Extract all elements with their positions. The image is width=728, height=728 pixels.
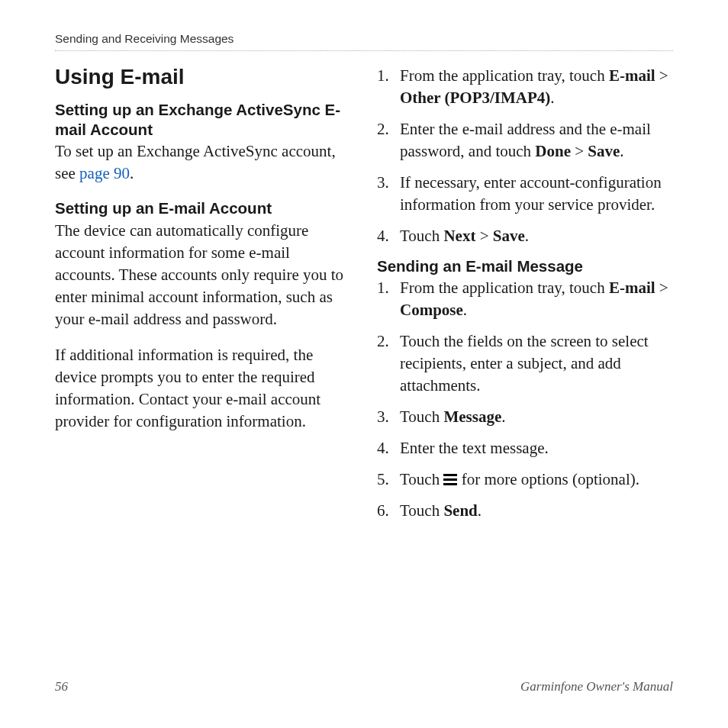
- ui-label: E-mail: [609, 66, 656, 85]
- text: From the application tray, touch: [400, 66, 609, 85]
- section-body-setup-1: The device can automatically configure a…: [55, 220, 351, 330]
- section-heading-exchange: Setting up an Exchange ActiveSync E-mail…: [55, 100, 351, 139]
- page-number: 56: [55, 679, 68, 694]
- content-columns: Using E-mail Setting up an Exchange Acti…: [55, 65, 673, 531]
- text: >: [475, 227, 492, 245]
- text: for more options (optional).: [457, 470, 639, 488]
- list-item: 3. Touch Message.: [377, 406, 673, 428]
- list-item: 6. Touch Send.: [377, 500, 673, 522]
- text: >: [656, 279, 668, 297]
- ui-label: E-mail: [609, 279, 656, 297]
- ui-label: Compose: [400, 301, 463, 319]
- running-header: Sending and Receiving Messages: [55, 32, 673, 51]
- menu-icon: [443, 474, 457, 485]
- text: Touch: [400, 227, 443, 245]
- text: From the application tray, touch: [400, 279, 609, 297]
- text: .: [130, 164, 134, 182]
- list-item: 3. If necessary, enter account-configura…: [377, 172, 673, 216]
- page-title: Using E-mail: [55, 65, 351, 89]
- text: >: [656, 66, 668, 85]
- ui-label: Next: [443, 227, 475, 245]
- text: .: [550, 89, 554, 107]
- section-heading-setup: Setting up an E-mail Account: [55, 198, 351, 218]
- list-item: 2. Touch the fields on the screen to sel…: [377, 330, 673, 397]
- text: .: [478, 501, 482, 520]
- section-heading-sending: Sending an E-mail Message: [377, 256, 673, 276]
- ui-label: Other (POP3/IMAP4): [400, 89, 550, 107]
- text: .: [525, 227, 529, 245]
- list-item: 1. From the application tray, touch E-ma…: [377, 65, 673, 109]
- steps-setup-account: 1. From the application tray, touch E-ma…: [377, 65, 673, 247]
- page-link-90[interactable]: page 90: [79, 164, 130, 182]
- right-column: 1. From the application tray, touch E-ma…: [377, 65, 673, 531]
- text: Enter the text message.: [400, 439, 549, 457]
- section-body-exchange: To set up an Exchange ActiveSync account…: [55, 140, 351, 185]
- text: Touch: [400, 470, 443, 488]
- manual-title: Garminfone Owner's Manual: [520, 679, 673, 694]
- text: .: [620, 142, 623, 160]
- steps-send-message: 1. From the application tray, touch E-ma…: [377, 277, 673, 522]
- text: .: [501, 407, 505, 426]
- text: Touch: [400, 407, 443, 426]
- list-item: 2. Enter the e-mail address and the e-ma…: [377, 118, 673, 163]
- page-footer: 56 Garminfone Owner's Manual: [55, 679, 673, 694]
- ui-label: Done: [535, 142, 571, 160]
- left-column: Using E-mail Setting up an Exchange Acti…: [55, 65, 351, 531]
- ui-label: Message: [443, 407, 501, 426]
- list-item: 1. From the application tray, touch E-ma…: [377, 277, 673, 321]
- text: Touch the fields on the screen to select…: [400, 332, 649, 395]
- ui-label: Send: [443, 501, 477, 520]
- section-body-setup-2: If additional information is required, t…: [55, 344, 351, 433]
- ui-label: Save: [493, 227, 525, 245]
- list-item: 4. Touch Next > Save.: [377, 225, 673, 247]
- text: >: [571, 142, 588, 160]
- ui-label: Save: [588, 142, 620, 160]
- page: Sending and Receiving Messages Using E-m…: [0, 0, 728, 728]
- text: Touch: [400, 501, 443, 520]
- text: .: [463, 301, 467, 319]
- list-item: 5. Touch for more options (optional).: [377, 469, 673, 491]
- list-item: 4. Enter the text message.: [377, 437, 673, 459]
- text: If necessary, enter account-configuratio…: [400, 173, 662, 214]
